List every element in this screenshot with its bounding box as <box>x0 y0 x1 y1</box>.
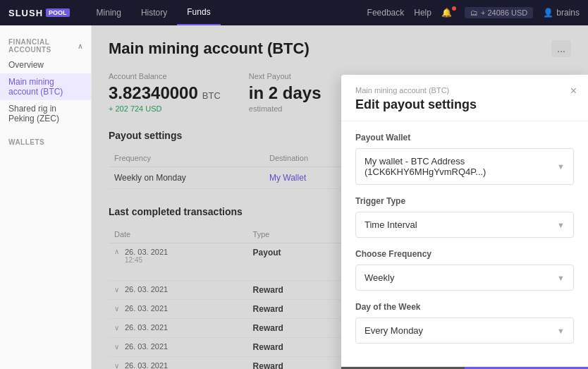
financial-accounts-label: Financial accounts ∧ <box>0 34 91 56</box>
modal-close-button[interactable]: × <box>570 85 577 97</box>
modal-header: Main mining account (BTC) Edit payout se… <box>341 75 588 121</box>
payout-wallet-chevron: ▼ <box>557 162 565 171</box>
payout-wallet-select[interactable]: My wallet - BTC Address (1CK6KHY6MHgYvmR… <box>355 148 574 185</box>
main-layout: Financial accounts ∧ Overview Main minin… <box>0 25 588 369</box>
modal-footer: Cancel Confirm Changes <box>341 366 588 369</box>
trigger-type-select[interactable]: Time Interval ▼ <box>355 212 574 238</box>
nav-mining[interactable]: Mining <box>87 0 131 25</box>
nav-funds[interactable]: Funds <box>177 0 220 25</box>
sidebar-item-main-mining[interactable]: Main mining account (BTC) <box>0 73 91 100</box>
day-of-week-label: Day of the Week <box>355 302 574 312</box>
day-of-week-select[interactable]: Every Monday ▼ <box>355 317 574 344</box>
nav-history[interactable]: History <box>131 0 177 25</box>
main-content: Main mining account (BTC) ... Account Ba… <box>92 25 588 369</box>
edit-payout-modal: Main mining account (BTC) Edit payout se… <box>341 75 588 369</box>
modal-body: Payout Wallet My wallet - BTC Address (1… <box>341 121 588 366</box>
notification-dot <box>452 6 456 11</box>
help-link[interactable]: Help <box>414 8 431 18</box>
modal-subtitle: Main mining account (BTC) <box>355 86 574 95</box>
modal-title: Edit payout settings <box>355 97 574 112</box>
nav-links: Mining History Funds <box>87 0 367 25</box>
trigger-type-chevron: ▼ <box>557 221 565 229</box>
wallet-balance[interactable]: 🗂 + 24086 USD <box>465 7 533 18</box>
trigger-type-label: Trigger Type <box>355 196 574 206</box>
sidebar-item-shared-rig[interactable]: Shared rig in Peking (ZEC) <box>0 100 91 127</box>
financial-accounts-chevron: ∧ <box>78 42 83 50</box>
feedback-link[interactable]: Feedback <box>367 8 405 18</box>
sidebar: Financial accounts ∧ Overview Main minin… <box>0 25 92 369</box>
choose-frequency-label: Choose Frequency <box>355 249 574 259</box>
sidebar-item-overview[interactable]: Overview <box>0 56 91 73</box>
wallets-label: Wallets <box>0 134 91 149</box>
wallets-section: Wallets <box>0 134 91 149</box>
notifications-icon[interactable]: 🔔 <box>441 8 455 18</box>
day-of-week-chevron: ▼ <box>557 327 565 335</box>
wallet-icon: 🗂 <box>470 8 478 17</box>
payout-wallet-label: Payout Wallet <box>355 133 574 143</box>
frequency-chevron: ▼ <box>557 274 565 282</box>
logo-badge: POOL <box>46 8 70 17</box>
choose-frequency-select[interactable]: Weekly ▼ <box>355 265 574 291</box>
top-nav: SLUSH POOL Mining History Funds Feedback… <box>0 0 588 25</box>
logo-text: SLUSH <box>8 8 43 18</box>
logo: SLUSH POOL <box>8 8 70 18</box>
user-icon: 👤 <box>543 8 553 18</box>
user-menu[interactable]: 👤 brains <box>543 8 580 18</box>
nav-right: Feedback Help 🔔 🗂 + 24086 USD 👤 brains <box>367 7 580 18</box>
